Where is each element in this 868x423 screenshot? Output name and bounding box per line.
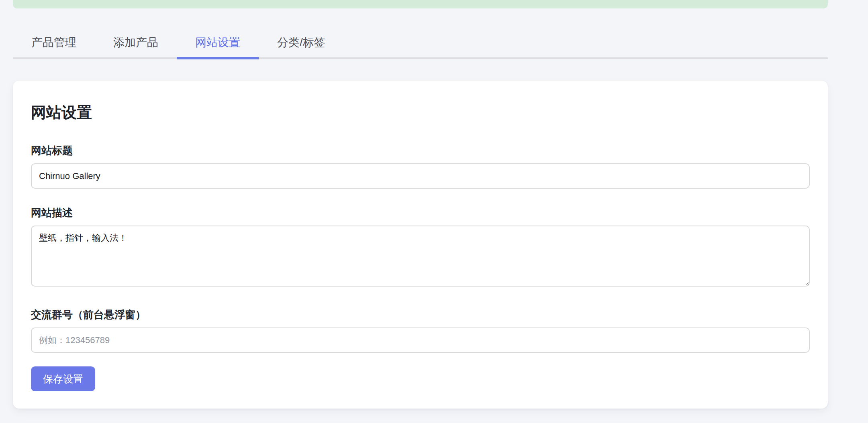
group-number-label: 交流群号（前台悬浮窗） [31,308,810,321]
site-description-textarea[interactable]: 壁纸，指针，输入法！ [31,226,810,287]
site-title-label: 网站标题 [31,144,810,157]
tab-product-management[interactable]: 产品管理 [13,28,95,57]
site-settings-panel: 网站设置 网站标题 网站描述 壁纸，指针，输入法！ 交流群号（前台悬浮窗） 保存… [13,81,828,409]
success-alert [13,0,828,8]
tab-site-settings[interactable]: 网站设置 [177,28,259,59]
save-settings-button[interactable]: 保存设置 [31,366,95,391]
tab-categories-tags[interactable]: 分类/标签 [259,28,344,57]
site-title-input[interactable] [31,163,810,189]
site-description-label: 网站描述 [31,206,810,219]
tab-bar: 产品管理 添加产品 网站设置 分类/标签 [13,8,828,59]
page-title: 网站设置 [31,103,810,122]
tab-add-product[interactable]: 添加产品 [95,28,177,57]
group-number-input[interactable] [31,327,810,353]
